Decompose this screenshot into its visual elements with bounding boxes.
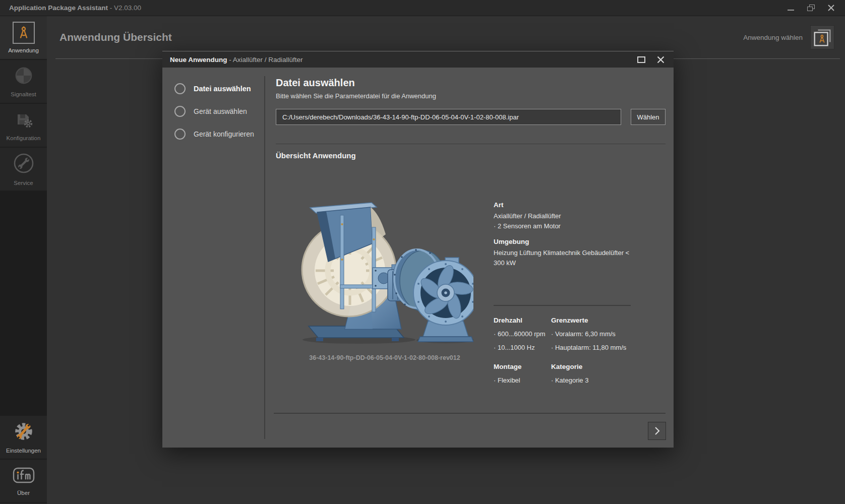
dialog-content: Datei auswählen Bitte wählen Sie die Par… [265, 68, 674, 448]
choose-app-label: Anwendung wählen [743, 34, 803, 41]
page-title: Anwendung Übersicht [59, 31, 172, 43]
grenzwerte-voralarm: · Voralarm: 6,30 mm/s [551, 329, 631, 339]
file-select-subtitle: Bitte wählen Sie die Parameterdatei für … [276, 92, 666, 100]
dialog-controls [634, 53, 668, 66]
sidebar-item-service[interactable]: Service [0, 148, 47, 191]
wizard-steps: Datei auswählen Gerät auswählen Gerät ko… [162, 68, 264, 448]
step-label: Gerät konfigurieren [194, 130, 254, 138]
kategorie-heading: Kategorie [551, 361, 631, 372]
maximize-icon [637, 56, 645, 63]
choose-app-button[interactable] [810, 25, 834, 49]
browse-file-button[interactable]: Wählen [631, 109, 666, 125]
art-sensors: · 2 Sensoren am Motor [494, 221, 631, 231]
step-circle-icon [174, 129, 186, 140]
dialog-title-suffix: - Axiallüfter / Radiallüfter [227, 56, 303, 64]
drehzahl-hz: · 10...1000 Hz [494, 342, 551, 353]
new-application-dialog: Neue Anwendung - Axiallüfter / Radiallüf… [162, 51, 674, 448]
step-circle-icon [174, 106, 186, 117]
step-geraet-konfigurieren[interactable]: Gerät konfigurieren [162, 125, 264, 143]
dialog-maximize-button[interactable] [634, 53, 648, 66]
umgebung-heading: Umgebung [494, 238, 631, 245]
dialog-close-button[interactable] [653, 53, 668, 66]
compass-icon [13, 22, 35, 44]
grenzwerte-hauptalarm: · Hauptalarm: 11,80 mm/s [551, 342, 631, 353]
dialog-title: Neue Anwendung [170, 56, 227, 64]
step-label: Datei auswählen [194, 85, 251, 93]
montage-heading: Montage [494, 361, 551, 372]
restore-button[interactable] [804, 2, 818, 14]
dialog-titlebar: Neue Anwendung - Axiallüfter / Radiallüf… [162, 51, 674, 68]
sidebar-item-ueber[interactable]: Über [0, 460, 47, 502]
sidebar-item-label: Einstellungen [6, 448, 41, 454]
app-version: - V2.03.00 [108, 4, 141, 12]
save-config-icon [14, 109, 34, 132]
kategorie-value: · Kategorie 3 [551, 375, 631, 386]
overview-heading: Übersicht Anwendung [276, 151, 666, 160]
file-select-heading: Datei auswählen [276, 77, 666, 89]
drehzahl-heading: Drehzahl [494, 315, 551, 326]
umgebung-text: Heizung Lüftung Klimatechnik Gebäudelüft… [494, 248, 631, 268]
close-icon [656, 55, 665, 64]
section-divider [276, 144, 666, 144]
details-divider [494, 305, 631, 306]
minimize-icon [788, 10, 794, 11]
sidebar: Anwendung Signaltest [0, 16, 47, 503]
chevron-right-icon [651, 425, 663, 437]
sidebar-item-label: Über [17, 490, 30, 496]
ifm-logo-icon [13, 466, 35, 486]
window-controls [783, 2, 838, 14]
restore-icon [807, 5, 815, 11]
sidebar-item-label: Anwendung [8, 47, 39, 53]
art-type: Axiallüfter / Radiallüfter [494, 211, 631, 221]
step-datei-auswaehlen[interactable]: Datei auswählen [162, 80, 264, 98]
sidebar-item-konfiguration[interactable]: Konfiguration [0, 104, 47, 147]
close-icon [827, 4, 835, 12]
service-wrench-icon [13, 152, 35, 176]
sidebar-item-anwendung[interactable]: Anwendung [0, 16, 47, 59]
sidebar-item-einstellungen[interactable]: Einstellungen [0, 416, 47, 459]
close-button[interactable] [824, 2, 838, 14]
application-image-area: 36-43-14-90-ftp-DD-06-05-04-0V-1-02-80-0… [276, 163, 494, 386]
step-circle-icon [174, 83, 186, 94]
step-geraet-auswaehlen[interactable]: Gerät auswählen [162, 102, 264, 120]
step-label: Gerät auswählen [194, 107, 247, 115]
grenzwerte-heading: Grenzwerte [551, 315, 631, 326]
next-step-button[interactable] [648, 422, 666, 440]
sidebar-spacer [0, 192, 47, 415]
settings-gear-wrench-icon [13, 421, 34, 444]
sidebar-item-label: Service [14, 180, 33, 186]
dialog-bottom-divider [274, 413, 666, 414]
application-image-caption: 36-43-14-90-ftp-DD-06-05-04-0V-1-02-80-0… [309, 354, 460, 361]
stacked-app-compass-icon [811, 26, 834, 49]
art-heading: Art [494, 201, 631, 209]
signal-target-icon [14, 66, 34, 88]
fan-application-image [296, 194, 473, 345]
montage-value: · Flexibel [494, 375, 551, 386]
app-title: Application Package Assistant [9, 4, 108, 12]
drehzahl-rpm: · 600...60000 rpm [494, 329, 551, 339]
sidebar-item-label: Konfiguration [7, 135, 41, 141]
window-titlebar: Application Package Assistant - V2.03.00 [0, 0, 845, 16]
sidebar-item-signaltest[interactable]: Signaltest [0, 60, 47, 103]
minimize-button[interactable] [783, 2, 798, 14]
parameter-file-path-input[interactable] [276, 109, 621, 125]
application-details: Art Axiallüfter / Radiallüfter · 2 Senso… [494, 163, 631, 386]
sidebar-item-label: Signaltest [11, 91, 36, 97]
